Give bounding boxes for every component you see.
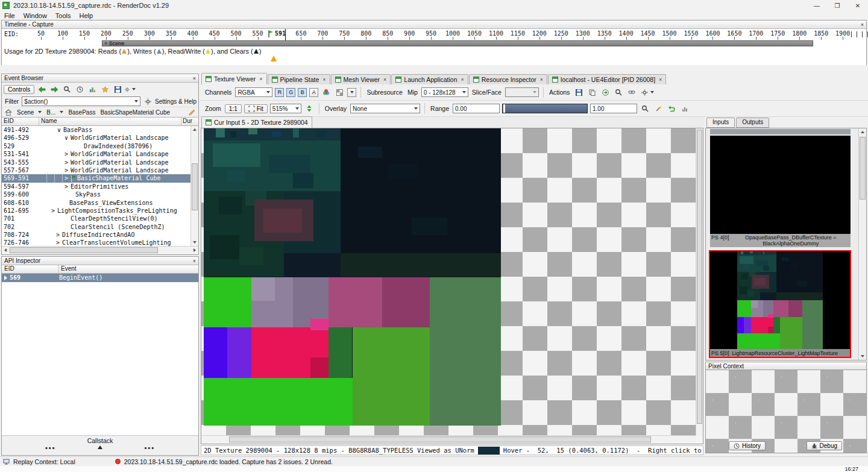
- tab-close-icon[interactable]: ×: [659, 77, 662, 83]
- pixel-context-view[interactable]: History Debug: [705, 370, 867, 453]
- timeline-close-icon[interactable]: ×: [861, 22, 864, 28]
- tab-close-icon[interactable]: ×: [461, 77, 464, 83]
- event-row[interactable]: 701ClearDepthStencilView(0): [2, 215, 198, 222]
- tree-arrow-icon[interactable]: >: [64, 150, 71, 158]
- bookmark-icon[interactable]: [99, 84, 110, 94]
- api-inspector-column-headers[interactable]: EID Event: [2, 265, 198, 274]
- home-icon[interactable]: [3, 107, 14, 117]
- breadcrumb-item[interactable]: BasePass: [66, 108, 98, 116]
- event-row[interactable]: 608-610BasePass_ViewExtensions: [2, 199, 198, 207]
- scroll-up-icon[interactable]: [859, 128, 866, 136]
- tree-arrow-icon[interactable]: >: [64, 174, 71, 182]
- thumbnail-dbuffer-texture[interactable]: [710, 136, 851, 234]
- range-reset-icon[interactable]: [666, 104, 677, 113]
- event-row[interactable]: 612-695>LightCompositionTasks_PreLightin…: [2, 207, 198, 215]
- api-inspector-close-icon[interactable]: ×: [193, 258, 196, 264]
- tree-arrow-icon[interactable]: ∨: [64, 134, 71, 142]
- scrollbar-thumb[interactable]: [10, 247, 158, 253]
- tab-cur-input-texture[interactable]: Cur Input 5 - 2D Texture 2989004: [201, 116, 312, 128]
- timeline-ruler[interactable]: EID: 591 + Scene Usage for 2D Texture 29…: [2, 29, 866, 65]
- copy-icon[interactable]: [587, 87, 597, 97]
- histogram-icon[interactable]: [679, 104, 690, 113]
- history-button[interactable]: History: [729, 441, 766, 450]
- scroll-up-icon[interactable]: [191, 126, 198, 133]
- viewport-vertical-scrollbar[interactable]: [696, 128, 703, 436]
- event-row[interactable]: 491-492∨BasePass: [2, 126, 198, 134]
- custom-tools-dropdown[interactable]: [640, 87, 655, 97]
- callstack-expand-icon[interactable]: [98, 445, 102, 449]
- tab-resource-inspector[interactable]: Resource Inspector×: [469, 74, 547, 84]
- channel-r-button[interactable]: R: [275, 88, 284, 97]
- channel-options-dropdown[interactable]: [347, 88, 356, 97]
- thumbnails-scrollbar[interactable]: [858, 128, 866, 360]
- scrollbar-thumb[interactable]: [229, 436, 651, 442]
- tree-arrow-icon[interactable]: >: [56, 239, 62, 246]
- replay-context-label[interactable]: Replay Context: Local: [13, 458, 75, 465]
- scrollbar-thumb[interactable]: [192, 163, 198, 210]
- tree-arrow-icon[interactable]: >: [64, 159, 71, 166]
- filter-combo[interactable]: $action(): [22, 96, 140, 106]
- slice-face-combo[interactable]: [505, 87, 539, 97]
- usage-marker-triangle[interactable]: [271, 55, 277, 61]
- column-name[interactable]: Name: [39, 118, 181, 125]
- tree-arrow-icon[interactable]: >: [64, 183, 71, 190]
- scrollbar-thumb[interactable]: [860, 137, 866, 200]
- event-row[interactable]: 529DrawIndexed(387096): [2, 142, 198, 150]
- menu-window[interactable]: Window: [19, 12, 51, 19]
- debug-button[interactable]: Debug: [807, 441, 842, 450]
- channel-b-button[interactable]: B: [298, 88, 307, 97]
- scroll-left-icon[interactable]: [2, 247, 9, 254]
- column-duration[interactable]: Dur: [181, 118, 198, 125]
- alpha-checkerboard-icon[interactable]: [334, 87, 345, 97]
- texture-image[interactable]: [204, 128, 501, 426]
- range-max-input[interactable]: 1.00: [590, 104, 637, 113]
- minimize-button[interactable]: —: [807, 0, 827, 11]
- tab-launch-application[interactable]: Launch Application×: [391, 74, 468, 84]
- tab-pipeline-state[interactable]: Pipeline State×: [268, 74, 330, 84]
- column-eid[interactable]: EID: [2, 265, 59, 273]
- zoom-1to1-button[interactable]: 1:1: [225, 104, 242, 113]
- tree-arrow-icon[interactable]: >: [51, 207, 57, 215]
- tab-close-icon[interactable]: ×: [259, 76, 262, 82]
- thumbnail-lightmap-texture-selected[interactable]: PS 5[0] LightmapResourceCluster_LightMap…: [709, 250, 851, 358]
- edit-breadcrumb-pencil-icon[interactable]: [186, 107, 197, 117]
- save-texture-icon[interactable]: [573, 87, 584, 97]
- event-row[interactable]: 594-597>EditorPrimitives: [2, 183, 198, 190]
- timeline-scene-bar[interactable]: + Scene: [102, 40, 813, 46]
- settings-help-link[interactable]: Settings & Help: [155, 98, 197, 105]
- tree-arrow-icon[interactable]: >: [64, 166, 71, 174]
- step-forward-icon[interactable]: [49, 84, 60, 94]
- channel-g-button[interactable]: G: [286, 88, 295, 97]
- scroll-right-icon[interactable]: [191, 247, 198, 254]
- tab-close-icon[interactable]: ×: [383, 77, 386, 83]
- splitter-grip[interactable]: •••: [45, 444, 56, 452]
- filter-settings-gear-icon[interactable]: [142, 96, 153, 106]
- event-row[interactable]: 496-529∨WorldGridMaterial Landscape: [2, 134, 198, 142]
- event-row[interactable]: 726-746>ClearTranslucentVolumeLighting: [2, 239, 198, 246]
- viewport-horizontal-scrollbar[interactable]: [201, 435, 696, 444]
- gamma-color-wheel-icon[interactable]: [321, 87, 332, 97]
- breadcrumb-item[interactable]: BasicShapeMaterial Cube: [98, 108, 172, 116]
- goto-resource-icon[interactable]: [600, 87, 611, 97]
- range-zoom-icon[interactable]: [640, 104, 650, 113]
- tab-outputs[interactable]: Outputs: [736, 118, 769, 128]
- controls-button[interactable]: Controls: [4, 85, 34, 94]
- flip-y-icon[interactable]: [304, 104, 315, 113]
- menu-file[interactable]: File: [0, 12, 19, 19]
- tab-texture-viewer[interactable]: Texture Viewer×: [201, 73, 267, 84]
- tree-arrow-icon[interactable]: ∨: [57, 126, 63, 134]
- close-button[interactable]: ✕: [848, 0, 868, 11]
- stats-icon[interactable]: [87, 84, 98, 94]
- tab-close-icon[interactable]: ×: [322, 77, 326, 83]
- range-slider-handle[interactable]: [503, 104, 505, 113]
- save-icon[interactable]: [112, 84, 123, 94]
- breadcrumb-item[interactable]: B...: [44, 108, 66, 116]
- range-autofit-wand-icon[interactable]: [653, 104, 664, 113]
- channel-a-button[interactable]: A: [309, 88, 318, 97]
- find-icon[interactable]: [61, 84, 72, 94]
- channels-combo[interactable]: RGBA: [235, 87, 272, 97]
- event-browser-vertical-scrollbar[interactable]: [190, 126, 198, 246]
- find-texture-icon[interactable]: [613, 87, 624, 97]
- timings-icon[interactable]: [74, 84, 85, 94]
- event-row[interactable]: 557-567>WorldGridMaterial Landscape: [2, 166, 198, 174]
